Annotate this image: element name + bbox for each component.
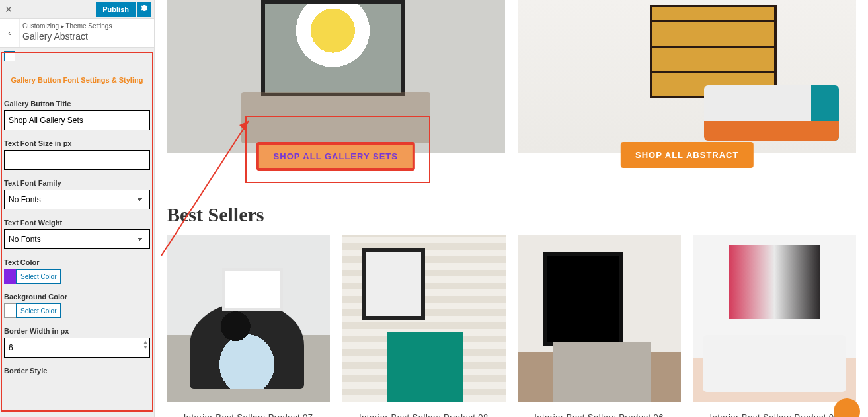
- customizer-header: ‹ Customizing ▸ Theme Settings Gallery A…: [0, 19, 154, 48]
- product-title: Interior Best Sellers Product 05: [693, 412, 856, 417]
- field-text-color: Text Color Select Color: [4, 258, 150, 284]
- gear-icon: [140, 4, 148, 14]
- product-image: [693, 235, 856, 402]
- field-label: Text Font Size in px: [4, 139, 150, 147]
- field-label: Background Color: [4, 293, 150, 301]
- border-width-input[interactable]: [4, 338, 150, 358]
- customizer-controls: Gallery Button Font Settings & Styling G…: [0, 48, 154, 417]
- hero-card-abstract: SHOP ALL ABSTRACT: [518, 0, 857, 181]
- hero-card-gallery: SHOP ALL GALLERY SETS: [167, 0, 505, 181]
- product-card[interactable]: Interior Best Sellers Product 08 $99.99: [342, 235, 505, 417]
- field-font-size: Text Font Size in px: [4, 139, 150, 170]
- product-card[interactable]: Interior Best Sellers Product 05 $99.99: [693, 235, 856, 417]
- field-font-weight: Text Font Weight No Fonts: [4, 219, 150, 249]
- product-title: Interior Best Sellers Product 06: [518, 412, 681, 417]
- best-sellers-heading: Best Sellers: [167, 204, 868, 226]
- product-card[interactable]: Interior Best Sellers Product 06 $99.99: [518, 235, 681, 417]
- field-button-title: Gallery Button Title: [4, 100, 150, 130]
- select-color-button[interactable]: Select Color: [16, 303, 61, 318]
- shop-gallery-button[interactable]: SHOP ALL GALLERY SETS: [256, 142, 415, 171]
- shop-abstract-button[interactable]: SHOP ALL ABSTRACT: [621, 142, 753, 168]
- field-label: Border Width in px: [4, 327, 150, 335]
- field-border-style: Border Style: [4, 367, 150, 375]
- product-image: [342, 235, 505, 402]
- font-size-input[interactable]: [4, 150, 150, 170]
- panel-title: Gallery Abstract: [22, 31, 149, 42]
- truncated-control[interactable]: [4, 51, 15, 61]
- number-spinner-icon[interactable]: ▲▼: [143, 340, 148, 350]
- field-label: Text Font Family: [4, 179, 150, 187]
- field-label: Text Color: [4, 258, 150, 266]
- product-grid: Interior Best Sellers Product 07 $99.99 …: [155, 235, 868, 417]
- font-family-select[interactable]: No Fonts: [4, 190, 150, 209]
- chevron-left-icon: ‹: [8, 28, 11, 38]
- preview-pane: SHOP ALL GALLERY SETS SHOP ALL ABSTRACT …: [155, 0, 868, 417]
- product-image: [518, 235, 681, 402]
- field-label: Gallery Button Title: [4, 100, 150, 108]
- field-label: Text Font Weight: [4, 219, 150, 227]
- product-card[interactable]: Interior Best Sellers Product 07 $99.99: [167, 235, 330, 417]
- customizer-sidebar: × Publish ‹ Customizing ▸ Theme Settings…: [0, 0, 155, 417]
- product-title: Interior Best Sellers Product 08: [342, 412, 505, 417]
- button-title-input[interactable]: [4, 110, 150, 130]
- close-icon[interactable]: ×: [0, 0, 17, 19]
- color-swatch: [4, 269, 16, 284]
- back-button[interactable]: ‹: [0, 19, 20, 47]
- field-bg-color: Background Color Select Color: [4, 293, 150, 318]
- product-title: Interior Best Sellers Product 07: [167, 412, 330, 417]
- field-border-width: Border Width in px ▲▼: [4, 327, 150, 358]
- font-weight-select[interactable]: No Fonts: [4, 229, 150, 249]
- settings-button[interactable]: [137, 2, 151, 17]
- hero-image: [518, 0, 857, 153]
- hero-image: [167, 0, 505, 153]
- section-heading: Gallery Button Font Settings & Styling: [3, 69, 151, 96]
- field-font-family: Text Font Family No Fonts: [4, 179, 150, 209]
- color-swatch: [4, 303, 16, 318]
- publish-button[interactable]: Publish: [96, 2, 136, 17]
- breadcrumb: Customizing ▸ Theme Settings: [22, 22, 149, 30]
- hero-row: SHOP ALL GALLERY SETS SHOP ALL ABSTRACT: [155, 0, 868, 181]
- select-color-button[interactable]: Select Color: [16, 269, 61, 284]
- customizer-topbar: × Publish: [0, 0, 154, 19]
- product-image: [167, 235, 330, 402]
- field-label: Border Style: [4, 367, 150, 375]
